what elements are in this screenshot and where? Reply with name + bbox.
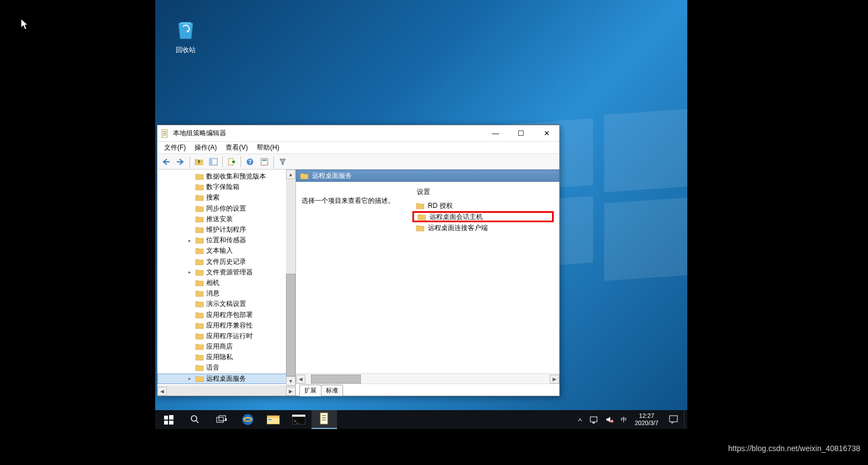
tree-item[interactable]: 演示文稿设置 xyxy=(157,299,295,309)
taskbar-explorer-icon[interactable] xyxy=(261,410,286,429)
detail-item[interactable]: RD 授权 xyxy=(412,200,554,211)
detail-list[interactable]: 设置 RD 授权远程桌面会话主机远程桌面连接客户端 xyxy=(412,186,554,374)
start-button[interactable] xyxy=(155,410,182,429)
tree-item[interactable]: 语音 xyxy=(157,362,295,373)
tree-vertical-scrollbar[interactable]: ▲ ▼ xyxy=(286,170,295,386)
tree-item[interactable]: 维护计划程序 xyxy=(157,224,295,235)
gpedit-window: 本地组策略编辑器 — ☐ ✕ 文件(F) 操作(A) 查看(V) 帮助(H) ?… xyxy=(157,125,560,396)
tree-item[interactable]: 位置和传感器 xyxy=(157,235,295,246)
svg-rect-3 xyxy=(163,135,166,135)
svg-rect-12 xyxy=(169,415,173,420)
svg-rect-22 xyxy=(267,418,279,424)
detail-item[interactable]: 远程桌面连接客户端 xyxy=(412,222,554,233)
taskbar-clock[interactable]: 12:27 2020/3/7 xyxy=(630,412,663,427)
recycle-bin-icon[interactable]: 回收站 xyxy=(165,17,206,55)
detail-item[interactable]: 远程桌面会话主机 xyxy=(412,211,554,222)
back-button[interactable] xyxy=(160,155,173,168)
detail-tabs: 扩展 标准 xyxy=(296,384,559,396)
tab-extended[interactable]: 扩展 xyxy=(299,385,321,396)
tree-item[interactable]: 同步你的设置 xyxy=(157,203,295,214)
tray-volume-icon[interactable] xyxy=(602,410,617,429)
detail-pane: 远程桌面服务 选择一个项目来查看它的描述。 设置 RD 授权远程桌面会话主机远程… xyxy=(296,170,559,396)
tree-item[interactable]: 消息 xyxy=(157,288,295,299)
notifications-button[interactable] xyxy=(663,415,684,425)
tab-standard[interactable]: 标准 xyxy=(321,385,343,396)
svg-rect-17 xyxy=(219,416,226,421)
tree-item-label: 搜索 xyxy=(206,193,219,202)
tree-item-label: 文本输入 xyxy=(206,246,233,256)
detail-horizontal-scrollbar[interactable]: ◀▶ xyxy=(296,374,559,384)
show-hide-tree-button[interactable] xyxy=(207,155,220,168)
recycle-bin-label: 回收站 xyxy=(165,45,206,55)
taskbar-ie-icon[interactable] xyxy=(235,410,261,429)
menu-view[interactable]: 查看(V) xyxy=(221,142,252,154)
svg-rect-25 xyxy=(292,415,305,417)
tree-item-label: 维护计划程序 xyxy=(206,225,246,234)
svg-rect-9 xyxy=(261,159,268,165)
taskbar: >_ ㅅ 中 12:27 2020/3/7 xyxy=(155,410,687,429)
tray-network-icon[interactable] xyxy=(586,410,602,429)
tree-item-label: 同步你的设置 xyxy=(206,204,246,213)
svg-point-15 xyxy=(191,416,197,421)
tree-item[interactable]: 应用程序包部署 xyxy=(157,309,295,320)
tree-item[interactable]: 文本输入 xyxy=(157,246,295,256)
mouse-cursor xyxy=(21,19,30,33)
close-button[interactable]: ✕ xyxy=(534,125,559,141)
properties-button[interactable] xyxy=(258,155,271,168)
taskbar-cmd-icon[interactable]: >_ xyxy=(286,410,312,429)
tray-chevron-icon[interactable]: ㅅ xyxy=(574,410,586,429)
tree-item[interactable]: 推送安装 xyxy=(157,214,295,224)
tree-pane: 数据收集和预览版本数字保险箱搜索同步你的设置推送安装维护计划程序位置和传感器文本… xyxy=(157,170,296,396)
tree-item[interactable]: 相机 xyxy=(157,278,295,288)
svg-rect-18 xyxy=(225,418,227,421)
app-icon xyxy=(161,129,170,138)
tree-item[interactable]: 应用程序运行时 xyxy=(157,331,295,341)
tree-item-label: 推送安装 xyxy=(206,214,233,224)
column-header-setting[interactable]: 设置 xyxy=(412,186,554,200)
svg-rect-30 xyxy=(322,420,326,421)
clock-time: 12:27 xyxy=(635,412,658,420)
export-button[interactable] xyxy=(225,155,238,168)
tree-item[interactable]: 文件资源管理器 xyxy=(157,267,295,278)
help-button[interactable]: ? xyxy=(243,155,257,168)
svg-rect-1 xyxy=(163,131,166,132)
system-tray: ㅅ 中 12:27 2020/3/7 xyxy=(574,410,687,429)
tree-horizontal-scrollbar[interactable]: ◀▶ xyxy=(157,386,295,396)
menu-action[interactable]: 操作(A) xyxy=(190,142,221,154)
tree-item[interactable]: 文件历史记录 xyxy=(157,257,295,267)
tree-item[interactable]: 应用程序兼容性 xyxy=(157,320,295,331)
titlebar[interactable]: 本地组策略编辑器 — ☐ ✕ xyxy=(157,125,559,142)
menu-file[interactable]: 文件(F) xyxy=(160,142,190,154)
clock-date: 2020/3/7 xyxy=(635,420,658,427)
tree-item[interactable]: 应用隐私 xyxy=(157,352,295,362)
svg-rect-5 xyxy=(210,159,212,165)
filter-button[interactable] xyxy=(276,155,289,168)
tree-item[interactable]: 数据收集和预览版本 xyxy=(157,171,295,182)
tray-ime-indicator[interactable]: 中 xyxy=(617,410,630,429)
forward-button[interactable] xyxy=(174,155,187,168)
svg-rect-29 xyxy=(322,417,326,418)
tree-item[interactable]: 搜索 xyxy=(157,192,295,203)
maximize-button[interactable]: ☐ xyxy=(508,125,534,141)
toolbar: ? xyxy=(157,154,559,170)
tree-item[interactable]: 远程桌面服务 xyxy=(157,374,295,384)
window-title: 本地组策略编辑器 xyxy=(173,129,483,138)
menubar: 文件(F) 操作(A) 查看(V) 帮助(H) xyxy=(157,142,559,154)
tree-item[interactable]: 数字保险箱 xyxy=(157,182,295,192)
tree-item[interactable]: 应用商店 xyxy=(157,341,295,352)
tree-item-label: 演示文稿设置 xyxy=(206,299,246,309)
tree-item-label: 位置和传感器 xyxy=(206,236,246,245)
svg-rect-31 xyxy=(590,417,597,422)
detail-item-label: 远程桌面会话主机 xyxy=(430,212,483,222)
taskbar-gpedit-icon[interactable] xyxy=(312,410,337,429)
task-view-button[interactable] xyxy=(208,410,235,429)
search-button[interactable] xyxy=(182,410,208,429)
up-button[interactable] xyxy=(192,155,206,168)
show-desktop-button[interactable] xyxy=(684,410,687,429)
tree-item-label: 数据收集和预览版本 xyxy=(206,172,266,181)
detail-header-title: 远程桌面服务 xyxy=(312,171,352,181)
minimize-button[interactable]: — xyxy=(483,125,508,141)
detail-item-label: RD 授权 xyxy=(428,201,453,211)
menu-help[interactable]: 帮助(H) xyxy=(252,142,284,154)
policy-tree[interactable]: 数据收集和预览版本数字保险箱搜索同步你的设置推送安装维护计划程序位置和传感器文本… xyxy=(157,170,295,384)
